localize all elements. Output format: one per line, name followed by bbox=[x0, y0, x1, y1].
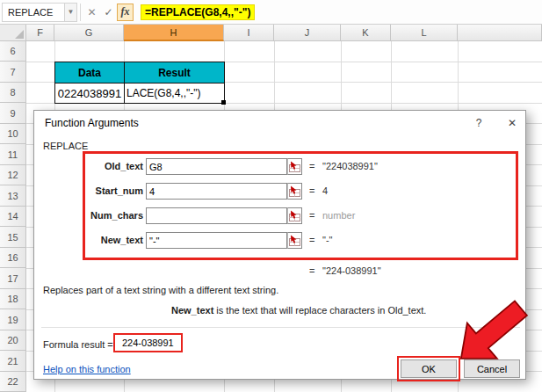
row-header-18[interactable]: 18 bbox=[0, 289, 26, 309]
refedit-collapse-button[interactable] bbox=[287, 158, 302, 175]
select-all-corner[interactable] bbox=[0, 25, 26, 41]
equals-sign: = bbox=[309, 161, 314, 171]
equals-sign: = bbox=[309, 185, 314, 196]
row-header-15[interactable]: 15 bbox=[0, 227, 26, 248]
row-header-19[interactable]: 19 bbox=[0, 309, 26, 330]
column-header-F[interactable]: F bbox=[26, 25, 54, 41]
function-name-label: REPLACE bbox=[43, 141, 88, 151]
intermediate-result-row: = "224-038991" bbox=[34, 265, 525, 278]
cell-data-value[interactable]: 0224038991 bbox=[54, 83, 125, 104]
row-header-9[interactable]: 9 bbox=[0, 103, 26, 124]
row-header-13[interactable]: 13 bbox=[0, 185, 26, 207]
function-description: Replaces part of a text string with a di… bbox=[43, 285, 513, 295]
equals-sign: = bbox=[309, 210, 314, 221]
argument-help-name: New_text bbox=[171, 305, 213, 316]
enter-entry-button[interactable]: ✓ bbox=[100, 4, 117, 21]
column-header-K[interactable]: K bbox=[341, 25, 391, 41]
argument-row-old-text: Old_text = "224038991" bbox=[34, 158, 525, 175]
start-num-input[interactable] bbox=[146, 183, 287, 200]
row-header-10[interactable]: 10 bbox=[0, 124, 26, 144]
start-num-result: 4 bbox=[322, 185, 328, 196]
cell-result-header[interactable]: Result bbox=[124, 62, 225, 83]
dialog-close-button[interactable]: ✕ bbox=[502, 114, 523, 131]
formula-bar: REPLACE ▼ ✕ ✓ fx =REPLACE(G8,4,,"-") bbox=[0, 0, 542, 25]
cancel-entry-button[interactable]: ✕ bbox=[83, 4, 100, 21]
num-chars-input[interactable] bbox=[146, 207, 287, 224]
argument-help-rest: is the text that will replace characters… bbox=[213, 305, 426, 316]
row-header-14[interactable]: 14 bbox=[0, 207, 26, 227]
column-header-H[interactable]: H bbox=[124, 25, 224, 41]
row-header-16[interactable]: 16 bbox=[0, 248, 26, 268]
divider bbox=[80, 4, 81, 21]
equals-sign: = bbox=[309, 265, 314, 276]
cell-data-header[interactable]: Data bbox=[54, 62, 125, 83]
insert-function-button[interactable]: fx bbox=[117, 4, 134, 21]
old-text-label: Old_text bbox=[85, 161, 143, 171]
num-chars-result: number bbox=[322, 210, 355, 221]
refedit-collapse-button[interactable] bbox=[287, 207, 302, 224]
start-num-label: Start_num bbox=[85, 185, 143, 196]
row-header-17[interactable]: 17 bbox=[0, 268, 26, 289]
old-text-result: "224038991" bbox=[322, 161, 378, 171]
argument-row-new-text: New_text = "-" bbox=[34, 232, 525, 249]
row-header-12[interactable]: 12 bbox=[0, 165, 26, 185]
row-header-8[interactable]: 8 bbox=[0, 83, 26, 103]
row-header-22[interactable]: 22 bbox=[0, 372, 26, 392]
column-header-blank[interactable] bbox=[458, 25, 542, 41]
refedit-collapse-button[interactable] bbox=[287, 183, 302, 200]
new-text-label: New_text bbox=[85, 235, 143, 245]
column-header-L[interactable]: L bbox=[391, 25, 458, 41]
column-header-J[interactable]: J bbox=[274, 25, 341, 41]
dialog-help-button[interactable]: ? bbox=[468, 114, 489, 131]
argument-row-num-chars: Num_chars = number bbox=[34, 207, 525, 224]
row-header-7[interactable]: 7 bbox=[0, 62, 26, 83]
new-text-input[interactable] bbox=[146, 232, 287, 249]
name-box-value: REPLACE bbox=[8, 7, 53, 18]
new-text-result: "-" bbox=[322, 235, 332, 245]
row-header-11[interactable]: 11 bbox=[0, 144, 26, 165]
help-on-function-link[interactable]: Help on this function bbox=[43, 364, 131, 374]
argument-row-start-num: Start_num = 4 bbox=[34, 183, 525, 200]
intermediate-result: "224-038991" bbox=[322, 265, 381, 276]
row-header-20[interactable]: 20 bbox=[0, 330, 26, 351]
name-box[interactable]: REPLACE bbox=[2, 3, 65, 22]
formula-result-value: 224-038991 bbox=[113, 333, 183, 352]
equals-sign: = bbox=[309, 235, 314, 245]
row-header-21[interactable]: 21 bbox=[0, 351, 26, 372]
row-header-6[interactable]: 6 bbox=[0, 41, 26, 62]
num-chars-label: Num_chars bbox=[85, 210, 143, 221]
cell-result-formula[interactable]: LACE(G8,4,,"-") bbox=[124, 83, 225, 104]
formula-input[interactable]: =REPLACE(G8,4,,"-") bbox=[134, 0, 542, 24]
name-box-dropdown-icon[interactable]: ▼ bbox=[65, 3, 77, 22]
column-header-I[interactable]: I bbox=[224, 25, 274, 41]
excel-window: REPLACE ▼ ✕ ✓ fx =REPLACE(G8,4,,"-") F G… bbox=[0, 0, 542, 392]
formula-result-label: Formula result = bbox=[43, 339, 113, 350]
old-text-input[interactable] bbox=[146, 158, 287, 175]
red-pointer-arrow bbox=[448, 297, 532, 371]
dialog-title: Function Arguments bbox=[45, 117, 139, 129]
refedit-collapse-button[interactable] bbox=[287, 232, 302, 249]
formula-text: =REPLACE(G8,4,,"-") bbox=[141, 4, 255, 20]
fill-handle[interactable] bbox=[221, 100, 226, 105]
column-header-G[interactable]: G bbox=[54, 25, 124, 41]
